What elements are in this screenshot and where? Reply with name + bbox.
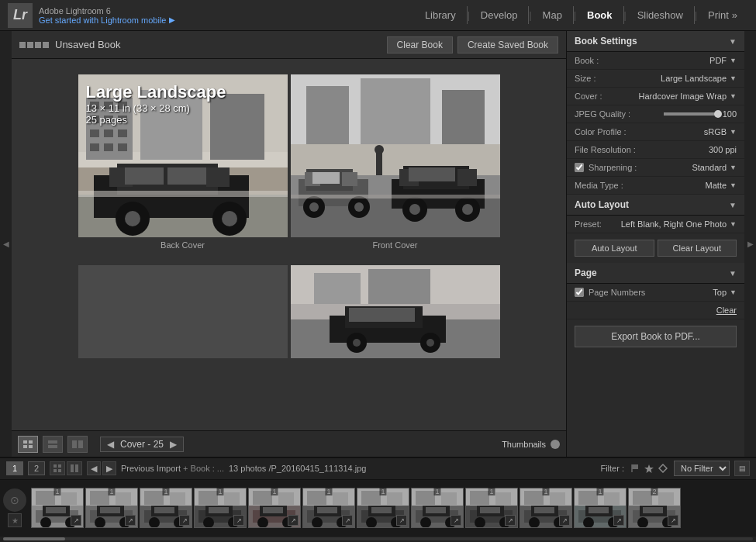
file-resolution-value: 300 ppi (709, 145, 737, 154)
filter-select[interactable]: No Filter (674, 461, 730, 476)
thumb-badge: ↗ (125, 515, 136, 526)
right-panel-toggle[interactable]: ▶ (744, 31, 756, 457)
left-panel-toggle[interactable]: ◀ (0, 31, 12, 457)
filmstrip-thumb-item[interactable]: 2↗ (628, 488, 681, 528)
filmstrip-view-grid[interactable] (50, 461, 65, 475)
book-title: Large Landscape (86, 82, 226, 102)
star-filter-icon[interactable] (643, 462, 655, 475)
back-cover-page[interactable]: Large Landscape 13 × 11 in (33 × 28 cm) … (78, 74, 288, 237)
nav-map[interactable]: Map (532, 6, 574, 24)
front-cover-page[interactable] (291, 74, 500, 237)
color-profile-value[interactable]: sRGB ▼ (704, 127, 737, 136)
page-numbers-checkbox[interactable] (575, 288, 584, 297)
filter-extra-button[interactable]: ▤ (734, 461, 750, 476)
nav-library[interactable]: Library (414, 6, 468, 24)
filmstrip-thumb-item[interactable]: 1↗ (140, 488, 192, 528)
thumb-badge: ↗ (342, 515, 353, 526)
spread-view-icon (72, 440, 83, 448)
svg-rect-1 (29, 440, 33, 444)
filmstrip-source: Previous Import + Book : ... (121, 464, 224, 473)
filmstrip-num-2[interactable]: 2 (28, 461, 45, 475)
flag-filter-icon[interactable] (629, 462, 641, 475)
page-prev-button[interactable]: ◀ (107, 439, 114, 450)
book-cover-row: Cover : Hardcover Image Wrap ▼ (567, 88, 744, 105)
auto-layout-header[interactable]: Auto Layout ▼ (567, 195, 744, 216)
nav-book[interactable]: Book (576, 6, 624, 24)
view-grid-button[interactable] (18, 436, 38, 453)
filmstrip-thumb-item[interactable]: 1↗ (465, 488, 518, 528)
color-filter-icon[interactable] (657, 462, 669, 475)
view-detail-button[interactable] (43, 436, 63, 453)
filter-extra-icon: ▤ (739, 464, 746, 472)
jpeg-quality-slider[interactable]: 100 (664, 109, 737, 119)
filmstrip-thumb-item[interactable]: 1↗ (302, 488, 355, 528)
filmstrip-thumb-item[interactable]: 1↗ (574, 488, 627, 528)
thumbs-container: 1↗1↗1↗1↗1↗1↗1↗1↗1↗1↗1↗2↗ (31, 488, 681, 528)
color-diamond-icon (658, 464, 668, 473)
book-type-dropdown-arrow: ▼ (730, 57, 737, 64)
preset-dropdown-arrow: ▼ (730, 220, 737, 228)
media-type-value[interactable]: Matte ▼ (706, 181, 737, 190)
jpeg-quality-row: JPEG Quality : 100 (567, 105, 744, 123)
book-size-value[interactable]: Large Landscape ▼ (661, 74, 737, 83)
thumb-number: 1 (542, 488, 549, 495)
survey-icon (71, 464, 78, 472)
filmstrip-area: 1 2 ◀ ▶ Previous Imp (0, 457, 756, 542)
front-cover-area: Front Cover (291, 74, 500, 250)
nav-print[interactable]: Print » (697, 6, 748, 24)
filmstrip-thumb-item[interactable]: 1↗ (248, 488, 301, 528)
view-spread-button[interactable] (67, 436, 88, 453)
sharpening-checkbox[interactable] (575, 163, 584, 172)
book-type-value[interactable]: PDF ▼ (709, 56, 737, 65)
lr-subtitle-row[interactable]: Get started with Lightroom mobile ▶ (39, 16, 175, 25)
book-header: Unsaved Book Clear Book Create Saved Boo… (12, 31, 566, 59)
nav-menu: Library | Develop | Map | Book | Slidesh… (414, 6, 748, 24)
book-size-dropdown-arrow: ▼ (730, 74, 737, 82)
filter-area: Filter : No Filter ▤ (600, 461, 750, 476)
nav-slideshow[interactable]: Slideshow (627, 6, 695, 24)
book-settings-header[interactable]: Book Settings ▼ (567, 31, 744, 52)
nav-develop[interactable]: Develop (470, 6, 530, 24)
page-next-button[interactable]: ▶ (170, 439, 177, 450)
svg-marker-17 (659, 464, 667, 472)
lr-icon: Lr (8, 3, 33, 28)
star-rating-icon: ★ (8, 513, 22, 527)
filmstrip-thumb-item[interactable]: 1↗ (85, 488, 138, 528)
filmstrip-view-survey[interactable] (67, 461, 82, 475)
right-panel: Book Settings ▼ Book : PDF ▼ Size : Larg… (566, 31, 744, 457)
filmstrip-prev-button[interactable]: ◀ (87, 461, 101, 475)
inner-right-page[interactable] (291, 265, 500, 358)
clear-button[interactable]: Clear (716, 306, 737, 315)
filmstrip-thumb-item[interactable]: 1↗ (520, 488, 572, 528)
filmstrip-next-button[interactable]: ▶ (102, 461, 116, 475)
inner-left-page[interactable] (78, 265, 288, 358)
thumbnail-size-slider[interactable] (551, 440, 560, 449)
clear-layout-button[interactable]: Clear Layout (658, 240, 737, 257)
export-book-button[interactable]: Export Book to PDF... (575, 326, 737, 347)
jpeg-slider-thumb[interactable] (714, 110, 722, 118)
filmstrip-nav: ◀ ▶ (87, 461, 116, 475)
clear-book-button[interactable]: Clear Book (387, 36, 453, 54)
filmstrip-thumb-item[interactable]: 1↗ (411, 488, 464, 528)
color-profile-row: Color Profile : sRGB ▼ (567, 123, 744, 141)
thumb-number: 1 (379, 488, 386, 495)
auto-layout-button[interactable]: Auto Layout (575, 240, 654, 257)
scrollbar-thumb[interactable] (3, 537, 65, 540)
thumb-number: 2 (651, 488, 658, 495)
media-type-row: Media Type : Matte ▼ (567, 177, 744, 195)
svg-rect-8 (54, 464, 57, 468)
page-section-header[interactable]: Page ▼ (567, 263, 744, 284)
preset-value[interactable]: Left Blank, Right One Photo ▼ (621, 219, 737, 229)
page-numbers-value[interactable]: Top ▼ (713, 288, 737, 297)
sharpening-label: Sharpening : (589, 163, 637, 172)
book-cover-value[interactable]: Hardcover Image Wrap ▼ (639, 91, 737, 101)
sharpening-value[interactable]: Standard ▼ (692, 163, 737, 172)
topbar: Lr Adobe Lightroom 6 Get started with Li… (0, 0, 756, 31)
bottom-scrollbar[interactable] (0, 537, 756, 542)
filmstrip-num-1[interactable]: 1 (6, 461, 23, 475)
create-saved-book-button[interactable]: Create Saved Book (457, 36, 558, 54)
filmstrip-thumb-item[interactable]: 1↗ (357, 488, 409, 528)
clear-row: Clear (567, 302, 744, 319)
filmstrip-thumb-item[interactable]: 1↗ (31, 488, 84, 528)
filmstrip-thumb-item[interactable]: 1↗ (194, 488, 247, 528)
